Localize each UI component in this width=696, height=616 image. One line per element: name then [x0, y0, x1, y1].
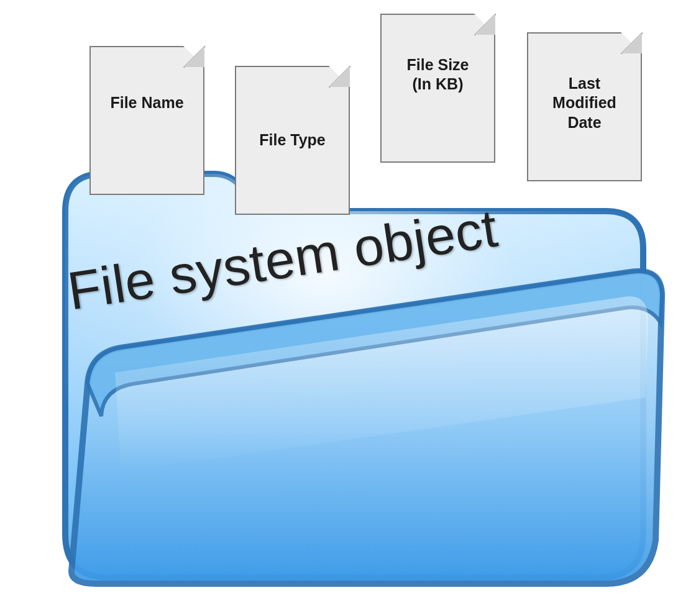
doc-file-size-label: File Size(In KB): [406, 55, 469, 94]
doc-last-modified-label: LastModifiedDate: [552, 74, 616, 132]
folder-title: File system object: [64, 173, 663, 322]
doc-file-size: File Size(In KB): [380, 14, 495, 163]
doc-file-name: File Name: [89, 46, 204, 195]
doc-file-type: File Type: [235, 66, 350, 215]
doc-file-type-label: File Type: [259, 130, 326, 150]
doc-file-name-label: File Name: [110, 93, 183, 112]
diagram-canvas: File system object File Name File Type F…: [0, 0, 696, 616]
doc-last-modified: LastModifiedDate: [527, 32, 642, 181]
